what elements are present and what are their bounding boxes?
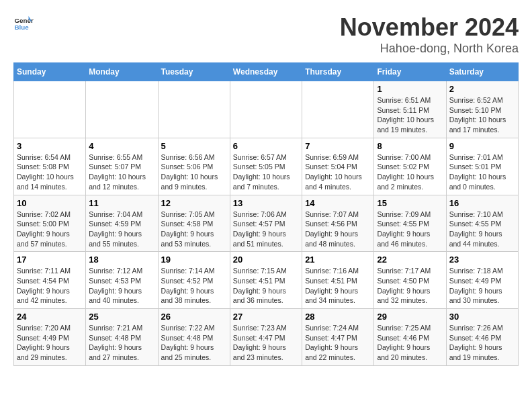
day-number: 7 (305, 141, 371, 151)
day-detail: Sunrise: 7:12 AM Sunset: 4:53 PM Dayligh… (89, 266, 154, 306)
day-detail: Sunrise: 7:22 AM Sunset: 4:48 PM Dayligh… (161, 323, 227, 363)
cell-week1-day2: 5Sunrise: 6:56 AM Sunset: 5:06 PM Daylig… (158, 138, 230, 195)
day-detail: Sunrise: 7:04 AM Sunset: 4:59 PM Dayligh… (89, 210, 154, 249)
day-number: 14 (305, 198, 371, 208)
day-number: 4 (89, 141, 154, 151)
week-row-0: 1Sunrise: 6:51 AM Sunset: 5:11 PM Daylig… (14, 81, 519, 138)
header-saturday: Saturday (446, 63, 518, 81)
week-row-4: 24Sunrise: 7:20 AM Sunset: 4:49 PM Dayli… (14, 309, 519, 366)
cell-week4-day5: 29Sunrise: 7:25 AM Sunset: 4:46 PM Dayli… (374, 309, 446, 366)
day-number: 5 (161, 141, 227, 151)
header: General Blue November 2024 Hahoe-dong, N… (13, 13, 519, 56)
logo-icon: General Blue (13, 13, 34, 34)
day-detail: Sunrise: 6:55 AM Sunset: 5:07 PM Dayligh… (89, 152, 154, 192)
day-number: 21 (305, 255, 371, 265)
day-number: 3 (17, 141, 83, 151)
cell-week2-day3: 13Sunrise: 7:06 AM Sunset: 4:57 PM Dayli… (230, 195, 302, 252)
day-detail: Sunrise: 7:20 AM Sunset: 4:49 PM Dayligh… (17, 323, 83, 363)
day-number: 1 (377, 84, 443, 94)
day-detail: Sunrise: 7:24 AM Sunset: 4:47 PM Dayligh… (305, 323, 371, 363)
cell-week1-day0: 3Sunrise: 6:54 AM Sunset: 5:08 PM Daylig… (14, 138, 86, 195)
cell-week0-day2 (158, 81, 230, 138)
day-number: 22 (377, 255, 443, 265)
day-detail: Sunrise: 6:51 AM Sunset: 5:11 PM Dayligh… (377, 95, 443, 135)
day-number: 16 (449, 198, 515, 208)
svg-text:Blue: Blue (15, 24, 30, 31)
day-detail: Sunrise: 7:21 AM Sunset: 4:48 PM Dayligh… (89, 323, 154, 363)
day-number: 18 (89, 255, 154, 265)
cell-week4-day3: 27Sunrise: 7:23 AM Sunset: 4:47 PM Dayli… (230, 309, 302, 366)
week-row-3: 17Sunrise: 7:11 AM Sunset: 4:54 PM Dayli… (14, 252, 519, 309)
header-friday: Friday (374, 63, 446, 81)
day-detail: Sunrise: 7:10 AM Sunset: 4:55 PM Dayligh… (449, 210, 515, 249)
day-number: 6 (233, 141, 299, 151)
day-detail: Sunrise: 7:16 AM Sunset: 4:51 PM Dayligh… (305, 266, 371, 306)
day-detail: Sunrise: 7:25 AM Sunset: 4:46 PM Dayligh… (377, 323, 443, 363)
logo: General Blue (13, 13, 34, 34)
cell-week1-day1: 4Sunrise: 6:55 AM Sunset: 5:07 PM Daylig… (86, 138, 158, 195)
day-detail: Sunrise: 7:11 AM Sunset: 4:54 PM Dayligh… (17, 266, 83, 306)
cell-week2-day4: 14Sunrise: 7:07 AM Sunset: 4:56 PM Dayli… (302, 195, 374, 252)
day-detail: Sunrise: 7:15 AM Sunset: 4:51 PM Dayligh… (233, 266, 299, 306)
cell-week2-day1: 11Sunrise: 7:04 AM Sunset: 4:59 PM Dayli… (86, 195, 158, 252)
day-number: 19 (161, 255, 227, 265)
day-detail: Sunrise: 6:56 AM Sunset: 5:06 PM Dayligh… (161, 152, 227, 192)
day-detail: Sunrise: 7:05 AM Sunset: 4:58 PM Dayligh… (161, 210, 227, 249)
day-number: 12 (161, 198, 227, 208)
cell-week0-day0 (14, 81, 86, 138)
day-detail: Sunrise: 7:14 AM Sunset: 4:52 PM Dayligh… (161, 266, 227, 306)
day-number: 26 (161, 312, 227, 322)
cell-week4-day2: 26Sunrise: 7:22 AM Sunset: 4:48 PM Dayli… (158, 309, 230, 366)
day-number: 9 (449, 141, 515, 151)
title-area: November 2024 Hahoe-dong, North Korea (340, 13, 519, 56)
day-detail: Sunrise: 6:54 AM Sunset: 5:08 PM Dayligh… (17, 152, 83, 192)
day-detail: Sunrise: 7:18 AM Sunset: 4:49 PM Dayligh… (449, 266, 515, 306)
cell-week1-day3: 6Sunrise: 6:57 AM Sunset: 5:05 PM Daylig… (230, 138, 302, 195)
calendar-body: 1Sunrise: 6:51 AM Sunset: 5:11 PM Daylig… (14, 81, 519, 366)
cell-week3-day6: 23Sunrise: 7:18 AM Sunset: 4:49 PM Dayli… (446, 252, 518, 309)
header-tuesday: Tuesday (158, 63, 230, 81)
cell-week4-day1: 25Sunrise: 7:21 AM Sunset: 4:48 PM Dayli… (86, 309, 158, 366)
week-row-1: 3Sunrise: 6:54 AM Sunset: 5:08 PM Daylig… (14, 138, 519, 195)
day-detail: Sunrise: 7:01 AM Sunset: 5:01 PM Dayligh… (449, 152, 515, 192)
header-monday: Monday (86, 63, 158, 81)
calendar-header: Sunday Monday Tuesday Wednesday Thursday… (14, 63, 519, 81)
day-number: 29 (377, 312, 443, 322)
month-title: November 2024 (340, 13, 519, 42)
cell-week2-day0: 10Sunrise: 7:02 AM Sunset: 5:00 PM Dayli… (14, 195, 86, 252)
cell-week3-day5: 22Sunrise: 7:17 AM Sunset: 4:50 PM Dayli… (374, 252, 446, 309)
cell-week2-day6: 16Sunrise: 7:10 AM Sunset: 4:55 PM Dayli… (446, 195, 518, 252)
cell-week0-day5: 1Sunrise: 6:51 AM Sunset: 5:11 PM Daylig… (374, 81, 446, 138)
cell-week2-day2: 12Sunrise: 7:05 AM Sunset: 4:58 PM Dayli… (158, 195, 230, 252)
cell-week4-day0: 24Sunrise: 7:20 AM Sunset: 4:49 PM Dayli… (14, 309, 86, 366)
day-number: 8 (377, 141, 443, 151)
header-sunday: Sunday (14, 63, 86, 81)
day-detail: Sunrise: 7:09 AM Sunset: 4:55 PM Dayligh… (377, 210, 443, 249)
calendar-table: Sunday Monday Tuesday Wednesday Thursday… (13, 62, 519, 366)
cell-week1-day5: 8Sunrise: 7:00 AM Sunset: 5:02 PM Daylig… (374, 138, 446, 195)
day-detail: Sunrise: 6:52 AM Sunset: 5:10 PM Dayligh… (449, 95, 515, 135)
cell-week3-day4: 21Sunrise: 7:16 AM Sunset: 4:51 PM Dayli… (302, 252, 374, 309)
cell-week3-day0: 17Sunrise: 7:11 AM Sunset: 4:54 PM Dayli… (14, 252, 86, 309)
cell-week3-day2: 19Sunrise: 7:14 AM Sunset: 4:52 PM Dayli… (158, 252, 230, 309)
cell-week3-day1: 18Sunrise: 7:12 AM Sunset: 4:53 PM Dayli… (86, 252, 158, 309)
header-wednesday: Wednesday (230, 63, 302, 81)
day-detail: Sunrise: 6:57 AM Sunset: 5:05 PM Dayligh… (233, 152, 299, 192)
cell-week2-day5: 15Sunrise: 7:09 AM Sunset: 4:55 PM Dayli… (374, 195, 446, 252)
day-number: 24 (17, 312, 83, 322)
day-number: 30 (449, 312, 515, 322)
day-detail: Sunrise: 7:00 AM Sunset: 5:02 PM Dayligh… (377, 152, 443, 192)
week-row-2: 10Sunrise: 7:02 AM Sunset: 5:00 PM Dayli… (14, 195, 519, 252)
cell-week0-day6: 2Sunrise: 6:52 AM Sunset: 5:10 PM Daylig… (446, 81, 518, 138)
day-number: 23 (449, 255, 515, 265)
day-detail: Sunrise: 7:23 AM Sunset: 4:47 PM Dayligh… (233, 323, 299, 363)
header-row: Sunday Monday Tuesday Wednesday Thursday… (14, 63, 519, 81)
day-detail: Sunrise: 7:17 AM Sunset: 4:50 PM Dayligh… (377, 266, 443, 306)
cell-week0-day4 (302, 81, 374, 138)
day-number: 28 (305, 312, 371, 322)
header-thursday: Thursday (302, 63, 374, 81)
day-number: 10 (17, 198, 83, 208)
day-detail: Sunrise: 7:07 AM Sunset: 4:56 PM Dayligh… (305, 210, 371, 249)
cell-week1-day6: 9Sunrise: 7:01 AM Sunset: 5:01 PM Daylig… (446, 138, 518, 195)
cell-week1-day4: 7Sunrise: 6:59 AM Sunset: 5:04 PM Daylig… (302, 138, 374, 195)
